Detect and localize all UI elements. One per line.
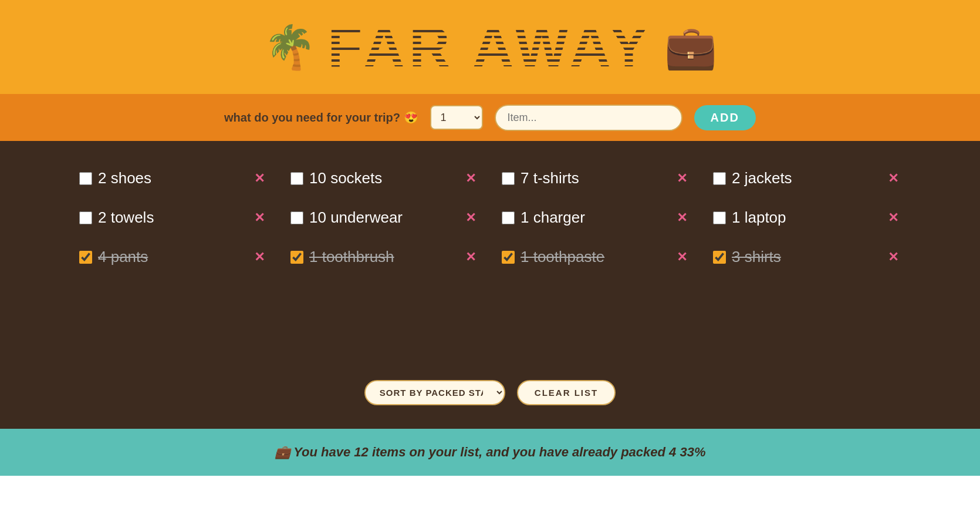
item-checkbox[interactable] bbox=[79, 211, 92, 224]
sort-select[interactable]: SORT BY INPUT ORDERSORT BY DESCRIPTIONSO… bbox=[364, 380, 505, 405]
list-item: 1 charger✕ bbox=[502, 204, 690, 231]
item-checkbox[interactable] bbox=[79, 251, 92, 264]
item-label: 1 toothpaste bbox=[521, 248, 668, 266]
footer-status: 💼 You have 12 items on your list, and yo… bbox=[275, 445, 706, 460]
item-checkbox[interactable] bbox=[502, 211, 515, 224]
list-item: 10 sockets✕ bbox=[290, 164, 478, 192]
item-checkbox[interactable] bbox=[502, 172, 515, 185]
item-label: 7 t-shirts bbox=[521, 169, 668, 187]
item-checkbox[interactable] bbox=[713, 211, 726, 224]
delete-item-button[interactable]: ✕ bbox=[463, 211, 478, 224]
list-item: 2 shoes✕ bbox=[79, 164, 267, 192]
item-input[interactable] bbox=[495, 105, 682, 131]
app-header: 🌴 FAR AWAY 💼 bbox=[0, 0, 980, 94]
list-item: 4 pants✕ bbox=[79, 243, 267, 271]
item-label: 4 pants bbox=[98, 248, 246, 266]
list-item: 1 toothpaste✕ bbox=[502, 243, 690, 271]
item-label: 1 toothbrush bbox=[309, 248, 457, 266]
delete-item-button[interactable]: ✕ bbox=[463, 172, 478, 185]
delete-item-button[interactable]: ✕ bbox=[674, 211, 690, 224]
delete-item-button[interactable]: ✕ bbox=[252, 211, 267, 224]
list-item: 10 underwear✕ bbox=[290, 204, 478, 231]
delete-item-button[interactable]: ✕ bbox=[252, 251, 267, 264]
delete-item-button[interactable]: ✕ bbox=[674, 251, 690, 264]
delete-item-button[interactable]: ✕ bbox=[886, 172, 901, 185]
app-title: FAR AWAY bbox=[328, 15, 653, 79]
items-grid: 2 shoes✕10 sockets✕7 t-shirts✕2 jackets✕… bbox=[79, 164, 901, 271]
item-checkbox[interactable] bbox=[290, 251, 303, 264]
item-checkbox[interactable] bbox=[79, 172, 92, 185]
item-label: 10 underwear bbox=[309, 209, 457, 227]
main-content: 2 shoes✕10 sockets✕7 t-shirts✕2 jackets✕… bbox=[0, 141, 980, 429]
list-item: 2 jackets✕ bbox=[713, 164, 901, 192]
item-checkbox[interactable] bbox=[290, 211, 303, 224]
item-label: 10 sockets bbox=[309, 169, 457, 187]
delete-item-button[interactable]: ✕ bbox=[886, 251, 901, 264]
footer-briefcase-icon: 💼 bbox=[275, 445, 290, 459]
briefcase-icon: 💼 bbox=[664, 22, 717, 72]
delete-item-button[interactable]: ✕ bbox=[886, 211, 901, 224]
quantity-select[interactable]: 1234567891011121314151617181920 bbox=[430, 105, 483, 130]
list-item: 1 laptop✕ bbox=[713, 204, 901, 231]
add-item-form: what do you need for your trip? 😍 123456… bbox=[0, 94, 980, 141]
list-item: 3 shirts✕ bbox=[713, 243, 901, 271]
delete-item-button[interactable]: ✕ bbox=[463, 251, 478, 264]
delete-item-button[interactable]: ✕ bbox=[674, 172, 690, 185]
item-label: 1 charger bbox=[521, 209, 668, 227]
add-button[interactable]: ADD bbox=[694, 105, 756, 130]
item-checkbox[interactable] bbox=[502, 251, 515, 264]
list-item: 1 toothbrush✕ bbox=[290, 243, 478, 271]
item-label: 3 shirts bbox=[732, 248, 880, 266]
item-checkbox[interactable] bbox=[713, 172, 726, 185]
item-label: 2 jackets bbox=[732, 169, 880, 187]
item-checkbox[interactable] bbox=[713, 251, 726, 264]
bottom-controls: SORT BY INPUT ORDERSORT BY DESCRIPTIONSO… bbox=[47, 380, 933, 405]
form-label: what do you need for your trip? 😍 bbox=[224, 110, 418, 125]
list-item: 2 towels✕ bbox=[79, 204, 267, 231]
item-label: 1 laptop bbox=[732, 209, 880, 227]
list-item: 7 t-shirts✕ bbox=[502, 164, 690, 192]
clear-list-button[interactable]: CLEAR LIST bbox=[517, 380, 616, 405]
item-label: 2 towels bbox=[98, 209, 246, 227]
footer-text: You have 12 items on your list, and you … bbox=[293, 445, 705, 459]
app-footer: 💼 You have 12 items on your list, and yo… bbox=[0, 429, 980, 476]
delete-item-button[interactable]: ✕ bbox=[252, 172, 267, 185]
item-label: 2 shoes bbox=[98, 169, 246, 187]
palm-tree-icon: 🌴 bbox=[263, 26, 316, 68]
item-checkbox[interactable] bbox=[290, 172, 303, 185]
